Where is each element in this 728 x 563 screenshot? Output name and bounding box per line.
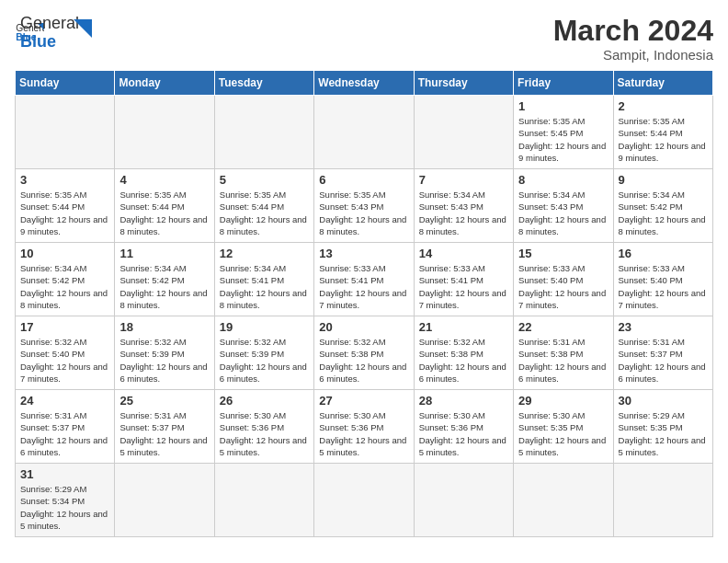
calendar-week-row: 24Sunrise: 5:31 AM Sunset: 5:37 PM Dayli… — [16, 390, 713, 464]
calendar-cell: 27Sunrise: 5:30 AM Sunset: 5:36 PM Dayli… — [314, 390, 414, 464]
calendar-cell: 5Sunrise: 5:35 AM Sunset: 5:44 PM Daylig… — [214, 169, 313, 243]
day-number: 29 — [518, 394, 608, 408]
col-header-saturday: Saturday — [613, 71, 712, 96]
calendar-cell — [414, 96, 513, 169]
day-info: Sunrise: 5:32 AM Sunset: 5:40 PM Dayligh… — [20, 336, 109, 385]
col-header-wednesday: Wednesday — [314, 71, 414, 96]
calendar-week-row: 3Sunrise: 5:35 AM Sunset: 5:44 PM Daylig… — [16, 169, 713, 243]
day-number: 9 — [619, 173, 708, 187]
calendar-cell: 8Sunrise: 5:34 AM Sunset: 5:43 PM Daylig… — [514, 169, 613, 243]
day-number: 3 — [20, 173, 109, 187]
day-info: Sunrise: 5:31 AM Sunset: 5:37 PM Dayligh… — [20, 409, 109, 458]
calendar-cell — [314, 464, 414, 537]
calendar-cell: 18Sunrise: 5:32 AM Sunset: 5:39 PM Dayli… — [115, 316, 214, 390]
day-number: 8 — [518, 173, 608, 187]
day-info: Sunrise: 5:29 AM Sunset: 5:34 PM Dayligh… — [20, 483, 109, 532]
day-number: 13 — [319, 247, 408, 260]
day-number: 16 — [619, 247, 708, 260]
day-number: 4 — [119, 173, 209, 187]
day-number: 18 — [119, 320, 209, 334]
calendar-cell: 17Sunrise: 5:32 AM Sunset: 5:40 PM Dayli… — [16, 316, 115, 390]
day-number: 28 — [419, 394, 508, 408]
day-number: 11 — [119, 247, 209, 260]
day-info: Sunrise: 5:35 AM Sunset: 5:44 PM Dayligh… — [20, 189, 109, 237]
day-number: 7 — [419, 173, 508, 187]
calendar-cell: 20Sunrise: 5:32 AM Sunset: 5:38 PM Dayli… — [314, 316, 414, 390]
svg-marker-3 — [74, 19, 92, 38]
day-number: 25 — [119, 394, 209, 408]
calendar-cell — [214, 464, 313, 537]
calendar-cell — [115, 96, 214, 169]
calendar-cell — [514, 464, 613, 537]
month-year-title: March 2024 — [553, 15, 713, 47]
day-info: Sunrise: 5:35 AM Sunset: 5:45 PM Dayligh… — [518, 115, 608, 164]
logo: General Blue General Blue — [15, 15, 92, 52]
day-number: 21 — [419, 320, 508, 334]
calendar-week-row: 17Sunrise: 5:32 AM Sunset: 5:40 PM Dayli… — [16, 316, 713, 390]
day-info: Sunrise: 5:32 AM Sunset: 5:38 PM Dayligh… — [419, 336, 508, 385]
calendar-cell: 31Sunrise: 5:29 AM Sunset: 5:34 PM Dayli… — [16, 464, 115, 537]
calendar-cell — [16, 96, 115, 169]
day-number: 14 — [419, 247, 508, 260]
col-header-thursday: Thursday — [414, 71, 513, 96]
calendar-cell: 29Sunrise: 5:30 AM Sunset: 5:35 PM Dayli… — [514, 390, 613, 464]
calendar-cell: 22Sunrise: 5:31 AM Sunset: 5:38 PM Dayli… — [514, 316, 613, 390]
calendar-cell: 30Sunrise: 5:29 AM Sunset: 5:35 PM Dayli… — [613, 390, 712, 464]
day-number: 15 — [518, 247, 608, 260]
day-number: 10 — [20, 247, 109, 260]
calendar-cell — [613, 464, 712, 537]
day-info: Sunrise: 5:29 AM Sunset: 5:35 PM Dayligh… — [619, 409, 708, 458]
day-info: Sunrise: 5:32 AM Sunset: 5:39 PM Dayligh… — [119, 336, 209, 385]
day-info: Sunrise: 5:35 AM Sunset: 5:44 PM Dayligh… — [619, 115, 708, 164]
col-header-monday: Monday — [115, 71, 214, 96]
day-info: Sunrise: 5:33 AM Sunset: 5:40 PM Dayligh… — [518, 262, 608, 311]
day-number: 26 — [220, 394, 309, 408]
day-info: Sunrise: 5:33 AM Sunset: 5:41 PM Dayligh… — [419, 262, 508, 311]
day-number: 6 — [319, 173, 408, 187]
day-info: Sunrise: 5:34 AM Sunset: 5:43 PM Dayligh… — [518, 189, 608, 237]
location-subtitle: Sampit, Indonesia — [553, 47, 713, 63]
day-info: Sunrise: 5:30 AM Sunset: 5:36 PM Dayligh… — [319, 409, 408, 458]
day-info: Sunrise: 5:33 AM Sunset: 5:40 PM Dayligh… — [619, 262, 708, 311]
calendar-cell: 25Sunrise: 5:31 AM Sunset: 5:37 PM Dayli… — [115, 390, 214, 464]
day-number: 30 — [619, 394, 708, 408]
day-number: 1 — [518, 99, 608, 113]
calendar-cell: 15Sunrise: 5:33 AM Sunset: 5:40 PM Dayli… — [514, 243, 613, 316]
day-info: Sunrise: 5:30 AM Sunset: 5:35 PM Dayligh… — [518, 409, 608, 458]
calendar-cell: 4Sunrise: 5:35 AM Sunset: 5:44 PM Daylig… — [115, 169, 214, 243]
day-info: Sunrise: 5:34 AM Sunset: 5:41 PM Dayligh… — [220, 262, 309, 311]
day-info: Sunrise: 5:35 AM Sunset: 5:44 PM Dayligh… — [220, 189, 309, 237]
day-number: 2 — [619, 99, 708, 113]
calendar-header-row: SundayMondayTuesdayWednesdayThursdayFrid… — [16, 71, 713, 96]
calendar-cell — [414, 464, 513, 537]
calendar-cell: 16Sunrise: 5:33 AM Sunset: 5:40 PM Dayli… — [613, 243, 712, 316]
logo-general-text: General — [20, 15, 79, 33]
calendar-cell — [115, 464, 214, 537]
day-info: Sunrise: 5:31 AM Sunset: 5:37 PM Dayligh… — [619, 336, 708, 385]
calendar-cell: 23Sunrise: 5:31 AM Sunset: 5:37 PM Dayli… — [613, 316, 712, 390]
day-number: 23 — [619, 320, 708, 334]
day-number: 27 — [319, 394, 408, 408]
day-info: Sunrise: 5:33 AM Sunset: 5:41 PM Dayligh… — [319, 262, 408, 311]
calendar-cell: 13Sunrise: 5:33 AM Sunset: 5:41 PM Dayli… — [314, 243, 414, 316]
day-number: 12 — [220, 247, 309, 260]
calendar-cell: 14Sunrise: 5:33 AM Sunset: 5:41 PM Dayli… — [414, 243, 513, 316]
day-info: Sunrise: 5:35 AM Sunset: 5:43 PM Dayligh… — [319, 189, 408, 237]
calendar-table: SundayMondayTuesdayWednesdayThursdayFrid… — [15, 70, 713, 537]
day-number: 17 — [20, 320, 109, 334]
calendar-cell: 12Sunrise: 5:34 AM Sunset: 5:41 PM Dayli… — [214, 243, 313, 316]
day-info: Sunrise: 5:30 AM Sunset: 5:36 PM Dayligh… — [419, 409, 508, 458]
day-info: Sunrise: 5:35 AM Sunset: 5:44 PM Dayligh… — [119, 189, 209, 237]
day-info: Sunrise: 5:31 AM Sunset: 5:38 PM Dayligh… — [518, 336, 608, 385]
day-number: 19 — [220, 320, 309, 334]
logo-triangle-icon — [74, 19, 92, 38]
calendar-cell: 28Sunrise: 5:30 AM Sunset: 5:36 PM Dayli… — [414, 390, 513, 464]
day-info: Sunrise: 5:32 AM Sunset: 5:39 PM Dayligh… — [220, 336, 309, 385]
day-number: 20 — [319, 320, 408, 334]
calendar-cell: 2Sunrise: 5:35 AM Sunset: 5:44 PM Daylig… — [613, 96, 712, 169]
day-info: Sunrise: 5:31 AM Sunset: 5:37 PM Dayligh… — [119, 409, 209, 458]
calendar-cell: 1Sunrise: 5:35 AM Sunset: 5:45 PM Daylig… — [514, 96, 613, 169]
calendar-cell: 7Sunrise: 5:34 AM Sunset: 5:43 PM Daylig… — [414, 169, 513, 243]
calendar-cell: 10Sunrise: 5:34 AM Sunset: 5:42 PM Dayli… — [16, 243, 115, 316]
calendar-cell — [314, 96, 414, 169]
